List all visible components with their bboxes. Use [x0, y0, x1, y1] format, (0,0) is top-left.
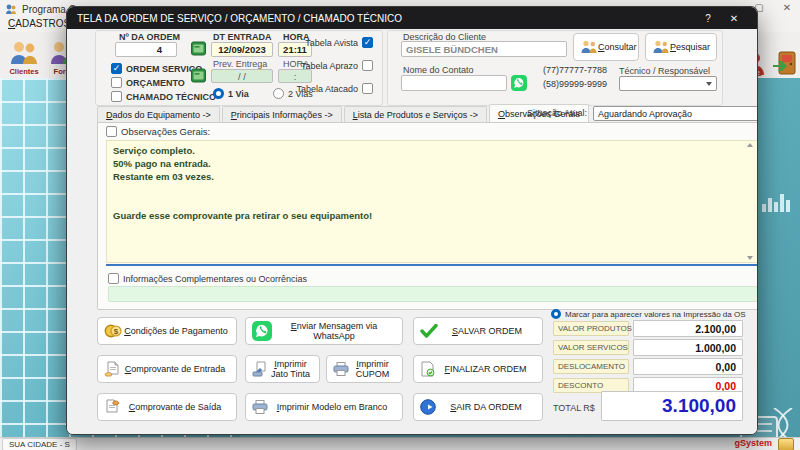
observacoes-textarea[interactable]: Serviço completo. 50% pago na entrada. R… — [106, 140, 757, 263]
deslocamento-label: DESLOCAMENTO — [553, 359, 629, 374]
whatsapp-icon[interactable] — [511, 75, 527, 91]
technician-select[interactable] — [619, 76, 717, 91]
checkbox-orcamento[interactable]: ORÇAMENTO — [111, 77, 185, 88]
imprimir-cupom-button[interactable]: Imprimir CUPOM — [326, 355, 403, 383]
checkbox-box — [111, 77, 122, 88]
situacao-select[interactable]: Aguardando Aprovação — [593, 106, 757, 121]
dialog-close-button[interactable]: ✕ — [721, 13, 747, 24]
entry-date-label: DT ENTRADA — [213, 32, 272, 42]
radio-1-via[interactable]: 1 Via — [213, 88, 249, 99]
checkbox-ordem-servico[interactable]: ORDEM SERVIÇO — [111, 63, 202, 74]
situacao-value: Aguardando Aprovação — [598, 109, 757, 119]
tab-label: Dados do Equipamento -> — [106, 110, 211, 120]
checkbox-observacoes-gerais[interactable]: Observações Gerais: — [106, 126, 210, 137]
scroll-down-icon[interactable] — [747, 256, 753, 260]
button-label: FINALIZAR ORDEM — [435, 364, 536, 374]
tab-principais-informacoes[interactable]: Principais Informações -> — [222, 106, 342, 123]
button-label: Imprimir Modelo em Branco — [268, 402, 396, 412]
checkbox-label: Tabela Avista — [305, 38, 358, 48]
toolbar-clientes-button[interactable]: Clientes — [6, 34, 42, 76]
radio-label: 1 Via — [228, 89, 249, 99]
valor-servicos-label: VALOR SERVICOS — [553, 340, 629, 355]
total-label: TOTAL R$ — [553, 403, 595, 413]
button-label: SALVAR ORDEM — [438, 326, 536, 336]
forecast-date-field[interactable]: / / — [211, 69, 273, 83]
checkbox-informacoes-complementares[interactable]: Informações Complementares ou Ocorrência… — [108, 273, 307, 284]
dialog-body: Nº DA ORDEM 4 ORDEM SERVIÇO ORÇAMENTO CH… — [67, 29, 757, 434]
chevron-down-icon — [706, 82, 712, 86]
checkbox-tabela-atacado[interactable]: Tabela Atacado — [303, 83, 373, 94]
tab-label: Lista de Produtos e Serviços -> — [353, 110, 478, 120]
salvar-ordem-button[interactable]: SALVAR ORDEM — [413, 317, 543, 345]
phone-whatsapp[interactable]: (58)99999-9999 — [531, 79, 607, 89]
situacao-label: Situação Atual: — [503, 108, 587, 118]
order-number-field[interactable]: 4 — [115, 42, 177, 57]
status-bar: SUA CIDADE - S — [0, 437, 800, 450]
sair-ordem-button[interactable]: SAIR DA ORDEM — [413, 393, 543, 421]
tab-dados-equipamento[interactable]: Dados do Equipamento -> — [97, 106, 220, 123]
client-description-field[interactable]: GISELE BÜNDCHEN — [401, 41, 567, 57]
button-label: SAIR DA ORDEM — [436, 402, 536, 412]
dialog-help-button[interactable]: ? — [695, 13, 721, 24]
printer-icon — [252, 400, 268, 414]
observacoes-tabpage: Observações Gerais: Serviço completo. 50… — [97, 122, 757, 310]
finalizar-ordem-button[interactable]: FINALIZAR ORDEM — [413, 355, 543, 383]
radio-dot — [213, 88, 224, 99]
checkbox-chamado-tecnico[interactable]: CHAMADO TÉCNICO — [111, 91, 216, 102]
valor-produtos-label: VALOR PRODUTOS — [553, 321, 629, 336]
textarea-scrollbar[interactable] — [744, 141, 755, 262]
informacoes-complementares-field[interactable] — [108, 286, 757, 302]
contact-name-field[interactable] — [401, 75, 507, 91]
comprovante-entrada-button[interactable]: Comprovante de Entrada — [97, 355, 237, 383]
printer-icon — [333, 362, 349, 376]
checkbox-box — [362, 60, 373, 71]
whatsapp-icon — [252, 321, 272, 341]
button-label: Condições de Pagamento — [122, 326, 230, 336]
consultar-button[interactable]: Consultar — [573, 33, 639, 61]
receipt-out-hand-icon — [104, 399, 120, 415]
document-check-icon — [420, 361, 435, 377]
parent-close-button[interactable]: ✕ — [778, 2, 796, 13]
inkjet-printer-icon — [252, 361, 268, 377]
barchart-doodle-icon — [762, 190, 792, 212]
valor-produtos-value[interactable]: 2.100,00 — [633, 320, 743, 337]
date-picker-icon[interactable] — [191, 41, 206, 57]
toolbar-clientes-label: Clientes — [9, 67, 38, 76]
checkbox-box — [362, 83, 373, 94]
status-city: SUA CIDADE - S — [2, 438, 77, 450]
dialog-title: TELA DA ORDEM DE SERVIÇO / ORÇAMENTO / C… — [77, 13, 402, 24]
condicoes-pagamento-button[interactable]: $ Condições de Pagamento — [97, 317, 237, 345]
imprimir-modelo-branco-button[interactable]: Imprimir Modelo em Branco — [245, 393, 403, 421]
entry-date-field[interactable]: 12/09/2023 — [211, 42, 273, 57]
radio-dot — [273, 88, 284, 99]
checkbox-box — [362, 37, 373, 48]
svg-text:$: $ — [114, 327, 119, 336]
button-label: Imprimir CUPOM — [349, 359, 396, 379]
radio-show-values-print[interactable]: Marcar para aparecer valores na Impressã… — [551, 309, 746, 319]
checkbox-tabela-aprazo[interactable]: Tabela Aprazo — [303, 60, 373, 71]
imprimir-jato-tinta-button[interactable]: Imprimir Jato Tinta — [245, 355, 320, 383]
deslocamento-value[interactable]: 0,00 — [633, 358, 743, 375]
checkbox-box — [106, 126, 117, 137]
tab-label: Principais Informações -> — [231, 110, 333, 120]
forecast-hour-field[interactable]: : — [278, 69, 312, 83]
scroll-up-icon[interactable] — [747, 143, 753, 147]
enviar-whatsapp-button[interactable]: Enviar Mensagem via WhatsApp — [245, 317, 403, 345]
checkbox-label: CHAMADO TÉCNICO — [126, 92, 216, 102]
comprovante-saida-button[interactable]: Comprovante de Saída — [97, 393, 237, 421]
clients-people-icon — [9, 40, 39, 66]
tab-lista-produtos-servicos[interactable]: Lista de Produtos e Serviços -> — [344, 106, 487, 123]
dialog-titlebar[interactable]: TELA DA ORDEM DE SERVIÇO / ORÇAMENTO / C… — [67, 7, 757, 29]
total-value: 3.100,00 — [601, 391, 743, 421]
checkbox-label: Tabela Aprazo — [301, 61, 358, 71]
forecast-date-picker-icon[interactable] — [191, 68, 206, 84]
pesquisar-button[interactable]: Pesquisar — [645, 33, 717, 61]
phone-primary[interactable]: (77)77777-7788 — [531, 65, 607, 75]
menu-cadastros[interactable]: CADASTROS — [8, 18, 70, 29]
valor-servicos-value[interactable]: 1.000,00 — [633, 339, 743, 356]
coin-icon: $ — [104, 323, 122, 339]
forecast-date-label: Prev. Entrega — [213, 59, 267, 69]
checkbox-label: Observações Gerais: — [121, 126, 210, 137]
checkbox-tabela-avista[interactable]: Tabela Avista — [303, 37, 373, 48]
toolbar-exit-button[interactable] — [770, 34, 798, 76]
